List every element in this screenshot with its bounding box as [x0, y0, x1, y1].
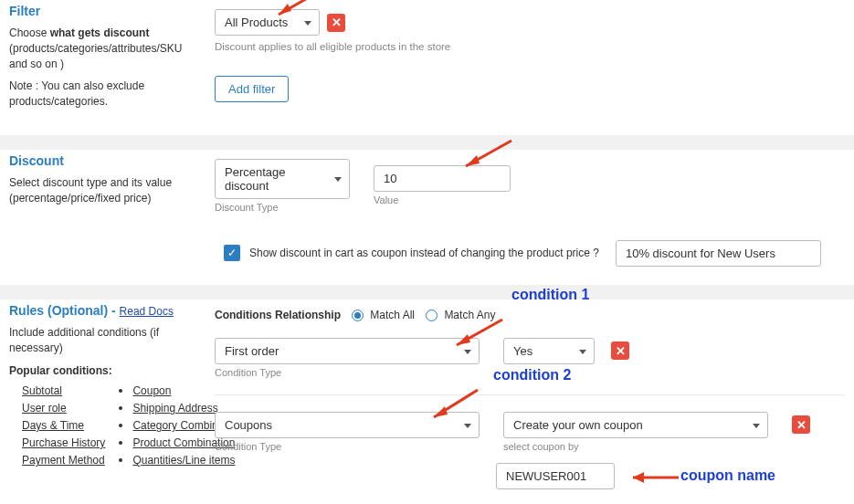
filter-delete-button[interactable]: ✕	[327, 14, 345, 32]
filter-help-1: Choose what gets discount (products/cate…	[9, 26, 201, 71]
cond-link-payment-method[interactable]: Payment Method	[22, 454, 105, 467]
match-any-radio[interactable]	[426, 310, 438, 321]
condition-2-type-label: Condition Type	[215, 441, 480, 452]
rules-section-title: Rules (Optional) - Read Docs	[9, 303, 201, 318]
condition-1-delete-button[interactable]: ✕	[611, 341, 629, 360]
condition-1-type-select[interactable]: First order	[215, 338, 480, 364]
cond-link-days-time[interactable]: Days & Time	[22, 419, 84, 432]
discount-type-select[interactable]: Percentage discount	[215, 159, 350, 199]
close-icon: ✕	[616, 344, 626, 358]
coupon-display-text-input[interactable]: 10% discount for New Users	[616, 240, 821, 267]
cond-link-coupon[interactable]: Coupon	[132, 384, 171, 397]
read-docs-link[interactable]: Read Docs	[120, 305, 174, 318]
select-coupon-by-label: select coupon by	[503, 441, 768, 452]
condition-2-type-select[interactable]: Coupons	[215, 412, 480, 438]
condition-1-yes-select[interactable]: Yes	[503, 338, 595, 364]
svg-marker-3	[466, 155, 480, 166]
discount-type-label: Discount Type	[215, 202, 350, 213]
cond-link-user-role[interactable]: User role	[22, 402, 67, 415]
discount-help: Select discount type and its value (perc…	[9, 175, 201, 206]
filter-section-title: Filter	[9, 4, 201, 18]
add-filter-button[interactable]: Add filter	[215, 76, 289, 102]
conditions-relationship-label: Conditions Relationship	[215, 309, 341, 321]
discount-value-label: Value	[374, 194, 511, 205]
filter-product-select[interactable]: All Products	[215, 9, 320, 36]
cond-link-purchase-history[interactable]: Purchase History	[22, 436, 105, 449]
filter-applies-note: Discount applies to all eligible product…	[215, 41, 845, 52]
cond-link-shipping-address[interactable]: Shipping Address	[132, 402, 217, 415]
match-any-label: Match Any	[444, 309, 495, 321]
discount-section-title: Discount	[9, 153, 201, 168]
match-all-radio[interactable]	[352, 310, 364, 321]
svg-marker-9	[633, 472, 644, 483]
show-as-coupon-checkbox[interactable]: ✓	[224, 245, 240, 261]
match-all-label: Match All	[370, 309, 415, 321]
discount-value-input[interactable]: 10	[374, 165, 511, 192]
condition-2-delete-button[interactable]: ✕	[792, 415, 810, 434]
coupon-code-input[interactable]: NEWUSER001	[496, 463, 615, 489]
filter-help-2: Note : You can also exclude products/cat…	[9, 79, 201, 110]
popular-conditions-label: Popular conditions:	[9, 363, 201, 379]
show-as-coupon-label: Show discount in cart as coupon instead …	[249, 247, 599, 259]
annotation-arrow	[624, 470, 688, 488]
cond-link-subtotal[interactable]: Subtotal	[22, 384, 62, 397]
popular-conditions-col1: Subtotal User role Days & Time Purchase …	[9, 383, 105, 470]
check-icon: ✓	[227, 247, 237, 259]
condition-2-mode-select[interactable]: Create your own coupon	[503, 412, 768, 438]
rules-help: Include additional conditions (if necess…	[9, 325, 201, 356]
close-icon: ✕	[796, 418, 807, 432]
condition-1-type-label: Condition Type	[215, 367, 480, 378]
close-icon: ✕	[332, 16, 342, 29]
